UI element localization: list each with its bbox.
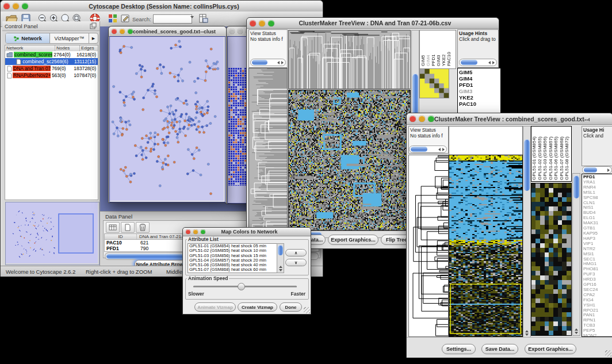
scroll-up-icon[interactable] bbox=[525, 330, 529, 332]
scroll-down-icon[interactable] bbox=[575, 332, 578, 334]
sample-column-label[interactable]: GPL51-06 (GSM865) bbox=[554, 127, 560, 180]
float-panel-icon[interactable] bbox=[90, 22, 97, 29]
zoom-window-icon[interactable] bbox=[201, 229, 205, 234]
close-icon[interactable] bbox=[186, 229, 190, 234]
matrix-column-label[interactable]: PFD1 bbox=[431, 30, 437, 66]
close-icon[interactable] bbox=[250, 20, 256, 26]
treeview2-titlebar[interactable]: ClusterMaker TreeView : combined_scores_… bbox=[407, 113, 612, 125]
gene-label[interactable]: GIM3 bbox=[459, 88, 499, 94]
scroll-thumb[interactable] bbox=[252, 60, 267, 65]
gene-label[interactable]: GIM4 bbox=[459, 75, 499, 82]
matrix-column-label[interactable]: GIM5 bbox=[421, 30, 426, 66]
zoom-window-icon[interactable] bbox=[22, 3, 28, 9]
minimize-icon[interactable] bbox=[419, 116, 425, 122]
annotation-icon[interactable] bbox=[120, 13, 131, 24]
minimize-icon[interactable] bbox=[259, 20, 265, 26]
dialog-titlebar[interactable]: Map Colors to Network bbox=[183, 228, 311, 236]
tv2-settings-button[interactable]: Settings... bbox=[442, 344, 476, 354]
vscroll-thumb[interactable] bbox=[573, 175, 579, 198]
scroll-thumb[interactable] bbox=[411, 147, 427, 152]
network-view[interactable] bbox=[109, 36, 225, 202]
tv2-usage-scrollbar[interactable] bbox=[582, 166, 612, 174]
speed-slider-thumb[interactable] bbox=[238, 283, 245, 290]
attribute-table-icon[interactable] bbox=[106, 222, 120, 233]
tv2-status-scrollbar[interactable] bbox=[409, 145, 447, 153]
scroll-left-icon[interactable] bbox=[488, 61, 491, 64]
tv2-row-dendrogram[interactable] bbox=[408, 155, 449, 337]
scroll-left-icon[interactable] bbox=[438, 148, 441, 151]
resize-grip[interactable] bbox=[304, 307, 310, 313]
vizmap-grid-icon[interactable] bbox=[108, 13, 118, 24]
tv1-heatmap[interactable] bbox=[288, 90, 411, 231]
gene-label[interactable]: GIM5 bbox=[459, 69, 499, 75]
gene-label[interactable]: PFD1 bbox=[459, 82, 499, 88]
close-icon[interactable] bbox=[230, 29, 235, 34]
scroll-right-icon[interactable] bbox=[607, 168, 610, 172]
tv1-column-dendrogram[interactable] bbox=[288, 30, 411, 89]
minimize-icon[interactable] bbox=[193, 229, 198, 234]
matrix-column-label[interactable]: PAC10 bbox=[447, 30, 452, 66]
done-button[interactable]: Done bbox=[280, 302, 302, 312]
scroll-thumb[interactable] bbox=[584, 167, 597, 173]
sample-column-label[interactable]: GPL51-02 (GSM855) bbox=[538, 127, 544, 180]
network-row-combined-scores[interactable]: combined_scores 2764(0) 16218(0) bbox=[5, 51, 98, 58]
search-dropdown-icon[interactable] bbox=[190, 16, 194, 18]
tv1-row-dendrogram[interactable] bbox=[248, 68, 288, 231]
main-titlebar[interactable]: Cytoscape Desktop (Session Name: collins… bbox=[1, 1, 323, 12]
sample-column-label[interactable]: GPL51-03 (GSM856) bbox=[543, 127, 549, 180]
matrix-column-label[interactable]: GIM3 bbox=[437, 30, 442, 66]
scroll-right-icon[interactable] bbox=[281, 61, 284, 64]
speed-slider-track[interactable] bbox=[193, 286, 297, 288]
minimize-icon[interactable] bbox=[238, 29, 243, 34]
scroll-right-icon[interactable] bbox=[492, 61, 495, 64]
zoom-window-icon[interactable] bbox=[128, 29, 133, 34]
attribute-list-scrollbar[interactable] bbox=[277, 243, 284, 273]
tab-overflow-button[interactable]: ▶ bbox=[89, 33, 98, 43]
tv2-save-data-button[interactable]: Save Data... bbox=[481, 344, 518, 354]
tv2-summary-heatmap[interactable] bbox=[531, 183, 572, 336]
resize-grip[interactable] bbox=[605, 350, 611, 357]
scroll-up-icon[interactable] bbox=[279, 266, 282, 268]
zoom-window-icon[interactable] bbox=[268, 20, 274, 26]
zoom-window-icon[interactable] bbox=[428, 116, 434, 122]
network-row-rnapuber[interactable]: RNAPuberNov2+ 563(0) 107847(0) bbox=[5, 72, 98, 79]
network-window-titlebar[interactable]: combined_scores_good.txt--cluste... bbox=[109, 26, 226, 37]
network-graph-canvas[interactable] bbox=[110, 37, 224, 201]
attribute-item[interactable]: GPL51-07 (GSM868) heat shock 60 min bbox=[188, 267, 277, 272]
tv2-gene-scrollbar[interactable] bbox=[572, 173, 580, 336]
tv2-export-graphics-button[interactable]: Export Graphics... bbox=[525, 344, 576, 354]
sample-column-label[interactable]: GPL51-07 (GSM868) bbox=[560, 127, 565, 180]
tv1-export-graphics-button[interactable]: Export Graphics... bbox=[328, 235, 378, 245]
move-up-button[interactable]: ∧ bbox=[285, 249, 307, 256]
tv2-heatmap[interactable] bbox=[449, 155, 523, 337]
sample-column-label[interactable]: GPL51-01 (GSM854) bbox=[532, 127, 538, 180]
close-icon[interactable] bbox=[410, 116, 416, 122]
network-overview-canvas[interactable] bbox=[6, 202, 98, 263]
minimize-icon[interactable] bbox=[13, 3, 19, 9]
minimize-icon[interactable] bbox=[120, 29, 125, 34]
tv1-usage-scrollbar[interactable] bbox=[459, 59, 497, 66]
vscroll-thumb[interactable] bbox=[524, 139, 530, 191]
gene-label[interactable]: YKE2 bbox=[459, 94, 499, 101]
move-down-button[interactable]: ∨ bbox=[285, 259, 307, 266]
scroll-down-icon[interactable] bbox=[279, 269, 282, 271]
scroll-left-icon[interactable] bbox=[277, 61, 280, 64]
sample-column-label[interactable]: GPL51-04 (GSM857) bbox=[549, 127, 554, 180]
sample-column-label[interactable]: GPL51-08 (GSM872) bbox=[565, 127, 571, 180]
scroll-up-icon[interactable] bbox=[575, 328, 578, 331]
network-overview[interactable] bbox=[5, 202, 100, 265]
new-attribute-icon[interactable] bbox=[121, 222, 135, 233]
tv2-vscrollbar[interactable] bbox=[523, 126, 531, 338]
close-icon[interactable] bbox=[112, 29, 117, 34]
tab-network[interactable]: Network bbox=[6, 33, 50, 43]
vscroll-thumb[interactable] bbox=[278, 245, 283, 255]
matrix-column-label[interactable]: YKE2 bbox=[442, 30, 447, 66]
network-row-combined-sco-selected[interactable]: combined_sco 2569(6) 13112(15) bbox=[5, 58, 98, 65]
gene-label[interactable]: PAC10 bbox=[459, 101, 499, 107]
table-import-icon[interactable] bbox=[198, 13, 208, 24]
animate-vizmap-button[interactable]: Animate Vizmap bbox=[194, 302, 236, 312]
scroll-right-icon[interactable] bbox=[442, 148, 445, 151]
close-icon[interactable] bbox=[3, 3, 10, 9]
scroll-thumb[interactable] bbox=[461, 60, 477, 65]
delete-attribute-icon[interactable] bbox=[136, 222, 150, 233]
